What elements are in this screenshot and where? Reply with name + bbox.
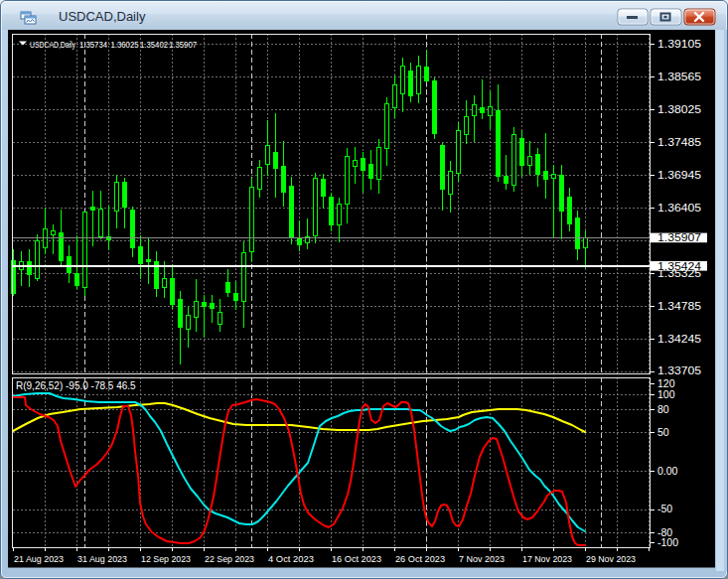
svg-text:-50: -50 <box>657 503 672 514</box>
svg-text:1.35907: 1.35907 <box>657 231 701 243</box>
svg-text:1.33705: 1.33705 <box>657 364 701 376</box>
svg-text:USDCAD,Daily: USDCAD,Daily <box>30 39 75 50</box>
svg-text:R(9,26,52) -95.0 -78.5 46.5: R(9,26,52) -95.0 -78.5 46.5 <box>16 380 136 391</box>
svg-text:0.00: 0.00 <box>657 465 678 477</box>
svg-text:USDCAD,Daily: USDCAD,Daily <box>59 9 146 24</box>
svg-text:50: 50 <box>657 426 669 438</box>
svg-text:16 Oct 2023: 16 Oct 2023 <box>332 553 381 564</box>
svg-text:100: 100 <box>657 388 675 400</box>
svg-text:1.38025: 1.38025 <box>657 103 701 115</box>
svg-text:-100: -100 <box>657 536 678 548</box>
svg-text:31 Aug 2023: 31 Aug 2023 <box>77 553 127 564</box>
svg-text:1.34785: 1.34785 <box>657 300 701 312</box>
svg-text:80: 80 <box>657 403 669 415</box>
svg-text:1.36405: 1.36405 <box>657 202 701 214</box>
svg-text:22 Sep 2023: 22 Sep 2023 <box>205 553 254 564</box>
svg-text:1.36945: 1.36945 <box>657 169 701 181</box>
svg-text:1.38565: 1.38565 <box>657 71 701 82</box>
svg-text:29 Nov 2023: 29 Nov 2023 <box>586 553 636 564</box>
svg-text:4 Oct 2023: 4 Oct 2023 <box>268 553 314 564</box>
svg-text:1.35402: 1.35402 <box>140 39 168 50</box>
svg-text:1.34245: 1.34245 <box>657 333 701 345</box>
svg-text:1.37485: 1.37485 <box>657 136 701 148</box>
svg-text:7 Nov 2023: 7 Nov 2023 <box>459 553 505 564</box>
svg-text:21 Aug 2023: 21 Aug 2023 <box>14 553 64 564</box>
svg-text:1.35734: 1.35734 <box>79 39 107 50</box>
svg-text:12 Sep 2023: 12 Sep 2023 <box>141 553 191 564</box>
svg-text:26 Oct 2023: 26 Oct 2023 <box>395 553 445 564</box>
svg-text:1.36025: 1.36025 <box>111 39 139 50</box>
svg-text:1.39105: 1.39105 <box>657 38 701 50</box>
svg-text:1.35907: 1.35907 <box>169 39 197 50</box>
svg-text:1.35424: 1.35424 <box>657 260 701 272</box>
svg-text:17 Nov 2023: 17 Nov 2023 <box>522 553 572 564</box>
